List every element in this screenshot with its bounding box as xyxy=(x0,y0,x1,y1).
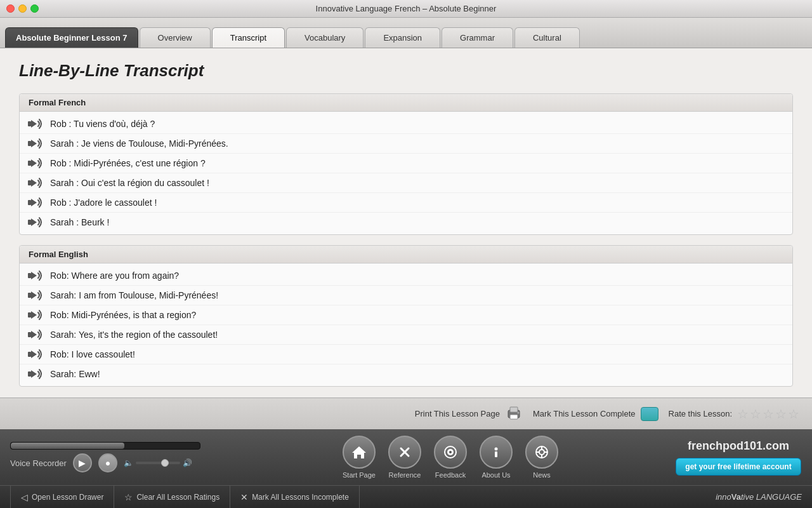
english-section-body: Rob: Where are you from again? Sarah: I … xyxy=(20,264,792,386)
transcript-line-en-4: Sarah: Yes, it's the region of the casso… xyxy=(50,330,218,340)
print-icon[interactable] xyxy=(505,405,523,423)
svg-marker-7 xyxy=(31,179,37,187)
record-button[interactable]: ● xyxy=(98,453,117,472)
star-4[interactable]: ☆ xyxy=(775,406,787,422)
reference-label: Reference xyxy=(389,471,421,479)
svg-marker-1 xyxy=(31,120,37,128)
traffic-lights xyxy=(6,4,39,13)
svg-marker-28 xyxy=(352,446,366,458)
frenchpod-logo: frenchpod101.com xyxy=(688,439,789,453)
svg-rect-22 xyxy=(28,371,31,377)
audio-play-icon-en-3[interactable] xyxy=(27,308,44,322)
nav-icons-area: Start Page Reference Feedback About Us xyxy=(236,436,665,479)
audio-play-icon-en-6[interactable] xyxy=(27,367,44,381)
audio-play-icon-fr-4[interactable] xyxy=(27,176,44,190)
tab-grammar[interactable]: Grammar xyxy=(442,27,513,48)
tab-expansion[interactable]: Expansion xyxy=(365,27,440,48)
tab-vocabulary[interactable]: Vocabulary xyxy=(286,27,363,48)
tab-lesson[interactable]: Absolute Beginner Lesson 7 xyxy=(5,27,138,48)
svg-marker-9 xyxy=(31,199,37,206)
svg-marker-3 xyxy=(31,140,37,147)
news-label: News xyxy=(533,471,551,479)
star-1[interactable]: ☆ xyxy=(737,406,749,422)
transcript-line-en-6: Sarah: Eww! xyxy=(50,369,100,379)
news-icon[interactable] xyxy=(525,436,558,469)
media-bar: Voice Recorder ▶ ● 🔈 🔊 Start Page xyxy=(0,429,812,485)
audio-play-icon-fr-5[interactable] xyxy=(27,196,44,210)
tab-overview[interactable]: Overview xyxy=(140,27,211,48)
nav-about-us[interactable]: About Us xyxy=(480,436,513,479)
open-lesson-drawer-label: Open Lesson Drawer xyxy=(32,493,103,502)
nav-reference[interactable]: Reference xyxy=(388,436,421,479)
x-icon: ✕ xyxy=(240,492,248,502)
tab-cultural[interactable]: Cultural xyxy=(514,27,580,48)
transcript-row: Sarah : Oui c'est la région du cassoulet… xyxy=(20,173,792,193)
audio-play-icon-fr-3[interactable] xyxy=(27,156,44,170)
feedback-label: Feedback xyxy=(435,471,466,479)
transcript-row: Sarah : Beurk ! xyxy=(20,213,792,232)
star-3[interactable]: ☆ xyxy=(763,406,774,422)
transcript-line-fr-6: Sarah : Beurk ! xyxy=(50,217,109,227)
audio-play-icon-fr-1[interactable] xyxy=(27,117,44,131)
action-bar: Print This Lesson Page Mark This Lesson … xyxy=(0,398,812,429)
nav-news[interactable]: News xyxy=(525,436,558,479)
volume-slider[interactable]: 🔈 🔊 xyxy=(124,458,192,467)
reference-icon[interactable] xyxy=(388,436,421,469)
star-icon: ☆ xyxy=(124,492,133,502)
maximize-button[interactable] xyxy=(30,4,39,13)
transcript-row: Sarah: I am from Toulouse, Midi-Pyrénées… xyxy=(20,286,792,305)
start-page-label: Start Page xyxy=(343,471,376,479)
print-group: Print This Lesson Page xyxy=(415,405,523,423)
svg-rect-26 xyxy=(510,415,518,419)
page-title: Line-By-Line Transcript xyxy=(19,61,793,81)
transcript-row: Rob : Tu viens d'où, déjà ? xyxy=(20,114,792,134)
open-lesson-drawer[interactable]: ◁ Open Lesson Drawer xyxy=(10,486,114,508)
complete-checkbox[interactable] xyxy=(641,407,658,421)
audio-play-icon-fr-2[interactable] xyxy=(27,137,44,150)
minimize-button[interactable] xyxy=(18,4,27,13)
svg-point-34 xyxy=(495,448,498,451)
svg-rect-2 xyxy=(28,141,31,146)
svg-point-33 xyxy=(449,451,452,453)
innovative-logo: innoVative LANGUAGE xyxy=(716,492,802,502)
mark-incomplete[interactable]: ✕ Mark All Lessons Incomplete xyxy=(230,486,360,508)
english-section-header: Formal English xyxy=(20,246,792,264)
transcript-row: Sarah: Eww! xyxy=(20,364,792,384)
clear-ratings[interactable]: ☆ Clear All Lesson Ratings xyxy=(114,486,230,508)
play-button[interactable]: ▶ xyxy=(73,453,92,472)
star-5[interactable]: ☆ xyxy=(788,406,799,422)
audio-play-icon-en-2[interactable] xyxy=(27,288,44,302)
feedback-icon[interactable] xyxy=(434,436,467,469)
audio-play-icon-en-1[interactable] xyxy=(27,269,44,283)
transcript-line-fr-2: Sarah : Je viens de Toulouse, Midi-Pyrén… xyxy=(50,138,228,149)
audio-play-icon-en-4[interactable] xyxy=(27,328,44,342)
slider-thumb[interactable] xyxy=(161,459,169,467)
progress-bar[interactable] xyxy=(10,442,200,450)
transcript-line-en-1: Rob: Where are you from again? xyxy=(50,271,179,281)
transcript-line-fr-3: Rob : Midi-Pyrénées, c'est une région ? xyxy=(50,158,206,168)
svg-rect-35 xyxy=(495,451,497,457)
home-icon[interactable] xyxy=(343,436,376,469)
audio-play-icon-en-5[interactable] xyxy=(27,347,44,361)
free-account-button[interactable]: get your free lifetime account xyxy=(676,458,801,476)
star-2[interactable]: ☆ xyxy=(750,406,761,422)
tab-bar: Absolute Beginner Lesson 7 Overview Tran… xyxy=(0,18,812,48)
french-section-body: Rob : Tu viens d'où, déjà ? Sarah : Je v… xyxy=(20,112,792,234)
progress-fill xyxy=(11,443,124,449)
content-area: Line-By-Line Transcript Formal French Ro… xyxy=(0,48,812,398)
svg-marker-15 xyxy=(31,291,37,299)
close-button[interactable] xyxy=(6,4,15,13)
slider-track[interactable] xyxy=(136,462,180,464)
svg-point-37 xyxy=(539,450,544,455)
tab-transcript[interactable]: Transcript xyxy=(212,27,285,48)
about-icon[interactable] xyxy=(480,436,513,469)
transcript-row: Sarah : Je viens de Toulouse, Midi-Pyrén… xyxy=(20,134,792,154)
star-rating[interactable]: ☆ ☆ ☆ ☆ ☆ xyxy=(737,406,799,422)
nav-feedback[interactable]: Feedback xyxy=(434,436,467,479)
audio-play-icon-fr-6[interactable] xyxy=(27,215,44,229)
transcript-line-fr-4: Sarah : Oui c'est la région du cassoulet… xyxy=(50,178,209,188)
nav-start-page[interactable]: Start Page xyxy=(343,436,376,479)
svg-rect-20 xyxy=(28,352,31,357)
svg-rect-18 xyxy=(28,332,31,337)
svg-marker-21 xyxy=(31,351,37,358)
